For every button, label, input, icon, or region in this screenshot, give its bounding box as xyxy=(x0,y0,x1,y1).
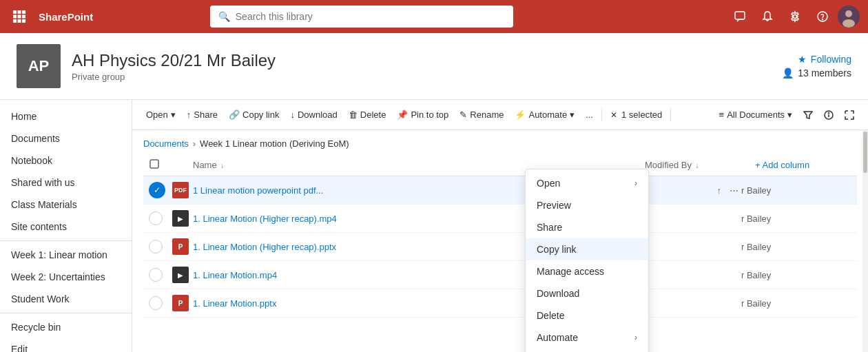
check-empty-icon-2 xyxy=(149,240,163,253)
context-menu-open[interactable]: Open › xyxy=(526,172,648,194)
check-empty-icon-4 xyxy=(149,296,163,310)
share-file-icon-3[interactable]: ↑ xyxy=(714,269,725,282)
sidebar-item-site-contents[interactable]: Site contents xyxy=(0,216,132,238)
svg-rect-9 xyxy=(735,12,745,19)
site-subtitle: Private group xyxy=(72,72,276,82)
scrollbar-thumb[interactable] xyxy=(863,132,867,173)
avatar[interactable] xyxy=(838,6,860,28)
scrollbar-track[interactable] xyxy=(862,130,868,352)
sidebar-item-edit[interactable]: Edit xyxy=(0,338,132,352)
star-icon: ★ xyxy=(798,54,807,65)
sidebar-item-student-work[interactable]: Student Work xyxy=(0,288,132,310)
search-input[interactable] xyxy=(236,11,505,22)
more-file-icon-3[interactable]: ⋯ xyxy=(727,269,741,282)
main-layout: Home Documents Notebook Shared with us C… xyxy=(0,100,868,352)
share-file-icon[interactable]: ↑ xyxy=(714,184,725,197)
main-content: Open ▾ ↑ Share 🔗 Copy link ↓ Download 🗑 … xyxy=(132,100,868,352)
bell-icon[interactable] xyxy=(755,4,780,29)
more-file-icon-2[interactable]: ⋯ xyxy=(727,240,741,253)
info-button[interactable] xyxy=(818,107,839,123)
sidebar-item-class-materials[interactable]: Class Materials xyxy=(0,194,132,216)
automate-button[interactable]: ⚡ Automate ▾ xyxy=(509,107,580,123)
members-button[interactable]: 👤 13 members xyxy=(782,68,851,79)
context-menu-automate[interactable]: Automate › xyxy=(526,327,648,349)
file-modified-4: r Bailey xyxy=(741,298,851,309)
download-button[interactable]: ↓ Download xyxy=(285,107,342,123)
more-file-icon-1[interactable]: ⋯ xyxy=(727,212,741,225)
file-icon-video: ▶ xyxy=(171,209,190,228)
sidebar-item-shared-with-us[interactable]: Shared with us xyxy=(0,172,132,194)
sidebar-item-week1[interactable]: Week 1: Linear motion xyxy=(0,244,132,266)
more-file-icon[interactable]: ⋯ xyxy=(727,184,741,197)
more-file-icon-4[interactable]: ⋯ xyxy=(727,297,741,310)
check-empty-icon xyxy=(149,211,163,225)
check-column-header xyxy=(149,158,171,172)
sidebar-item-home[interactable]: Home xyxy=(0,105,132,127)
context-menu-delete[interactable]: Delete xyxy=(526,304,648,327)
file-list-header: Name ↓ Modified By ↓ + Add column xyxy=(143,154,857,176)
open-button[interactable]: Open ▾ xyxy=(141,107,181,123)
filter-button[interactable] xyxy=(798,107,818,123)
table-row[interactable]: P 1. Linear Motion (Higher recap).pptx ↑… xyxy=(143,233,857,261)
row-check-0[interactable]: ✓ xyxy=(149,182,171,198)
share-file-icon-1[interactable]: ↑ xyxy=(714,212,725,225)
rename-button[interactable]: ✎ Rename xyxy=(454,107,509,123)
file-actions-0: ↑ ⋯ xyxy=(714,184,742,197)
table-row[interactable]: ▶ 1. Linear Motion.mp4 ↑ ⋯ r Bailey xyxy=(143,261,857,289)
app-logo: SharePoint xyxy=(39,11,93,23)
context-menu-copy-link[interactable]: Copy link xyxy=(526,238,648,260)
breadcrumb-documents[interactable]: Documents xyxy=(143,138,189,149)
check-circle-icon: ✓ xyxy=(149,182,165,198)
svg-rect-3 xyxy=(13,15,17,19)
following-button[interactable]: ★ Following xyxy=(798,54,851,65)
pin-to-top-button[interactable]: 📌 Pin to top xyxy=(391,107,454,123)
table-row[interactable]: ✓ PDF 1 Linear motion powerpoint pdf... … xyxy=(143,176,857,205)
topbar: SharePoint 🔍 xyxy=(0,0,868,33)
more-button[interactable]: ... xyxy=(580,107,599,123)
view-icon: ≡ xyxy=(719,110,725,120)
sidebar-item-notebook[interactable]: Notebook xyxy=(0,149,132,172)
svg-point-18 xyxy=(829,112,829,113)
context-menu-share[interactable]: Share xyxy=(526,216,648,238)
add-column-button[interactable]: + Add column xyxy=(755,160,851,170)
site-logo: AP xyxy=(17,44,61,88)
table-row[interactable]: P 1. Linear Motion.pptx ↑ ⋯ r Bailey xyxy=(143,289,857,318)
share-button[interactable]: ↑ Share xyxy=(181,107,223,123)
deselect-button[interactable]: ✕ xyxy=(610,110,617,120)
selected-badge: ✕ 1 selected xyxy=(605,107,668,123)
row-check-1[interactable] xyxy=(149,211,171,225)
all-documents-button[interactable]: ≡ All Documents ▾ xyxy=(714,107,798,123)
automate-icon: ⚡ xyxy=(515,110,526,120)
sidebar-item-recycle-bin[interactable]: Recycle bin xyxy=(0,316,132,338)
expand-button[interactable] xyxy=(839,107,860,123)
sidebar-item-week2[interactable]: Week 2: Uncertainties xyxy=(0,266,132,288)
site-header-actions: ★ Following 👤 13 members xyxy=(782,54,851,79)
sidebar-item-documents[interactable]: Documents xyxy=(0,127,132,149)
table-row[interactable]: ▶ 1. Linear Motion (Higher recap).mp4 ↑ … xyxy=(143,205,857,233)
row-check-2[interactable] xyxy=(149,240,171,253)
breadcrumb: Documents › Week 1 Linear motion (Derivi… xyxy=(132,130,868,154)
waffle-icon[interactable] xyxy=(8,10,30,23)
chat-icon[interactable] xyxy=(727,4,752,29)
copy-link-button[interactable]: 🔗 Copy link xyxy=(223,107,285,123)
context-menu-preview[interactable]: Preview xyxy=(526,194,648,216)
submenu-arrow-icon: › xyxy=(634,178,637,188)
context-menu-rename[interactable]: Rename xyxy=(526,349,648,352)
toolbar: Open ▾ ↑ Share 🔗 Copy link ↓ Download 🗑 … xyxy=(132,100,868,130)
row-check-4[interactable] xyxy=(149,296,171,310)
share-file-icon-4[interactable]: ↑ xyxy=(714,297,725,310)
settings-icon[interactable] xyxy=(783,4,807,29)
chevron-down-icon: ▾ xyxy=(171,110,176,120)
context-menu-download[interactable]: Download xyxy=(526,282,648,304)
svg-point-14 xyxy=(845,10,852,17)
context-menu-manage-access[interactable]: Manage access xyxy=(526,260,648,282)
delete-button[interactable]: 🗑 Delete xyxy=(343,107,392,123)
svg-rect-8 xyxy=(22,19,25,23)
row-check-3[interactable] xyxy=(149,268,171,282)
file-modified-3: r Bailey xyxy=(741,270,851,280)
modified-column-header[interactable]: Modified By ↓ xyxy=(645,160,755,170)
share-file-icon-2[interactable]: ↑ xyxy=(714,240,725,253)
site-info: AH Physics 20/21 Mr Bailey Private group xyxy=(72,51,276,82)
help-icon[interactable] xyxy=(810,4,835,29)
sort-arrow-2: ↓ xyxy=(696,162,699,169)
